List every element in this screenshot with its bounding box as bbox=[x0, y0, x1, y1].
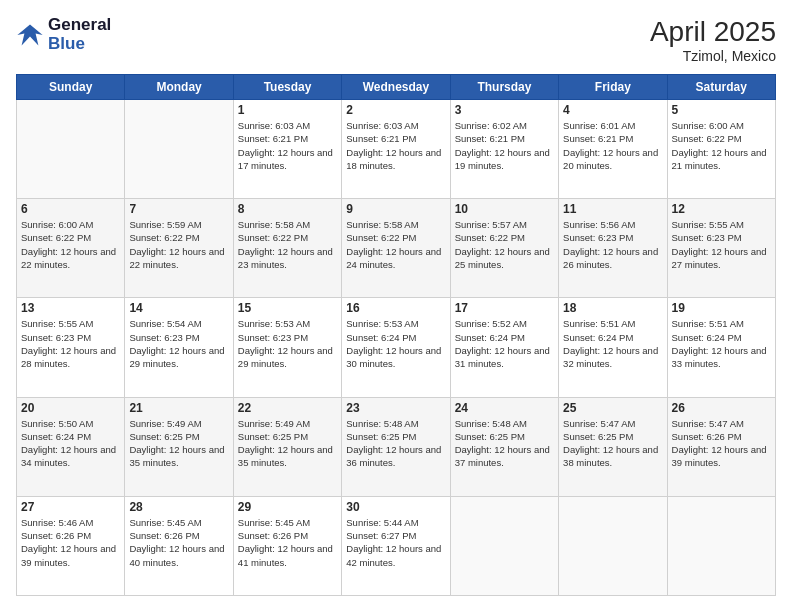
day-info: Sunrise: 6:00 AM Sunset: 6:22 PM Dayligh… bbox=[21, 218, 120, 271]
day-number: 25 bbox=[563, 401, 662, 415]
table-row: 22Sunrise: 5:49 AM Sunset: 6:25 PM Dayli… bbox=[233, 397, 341, 496]
day-info: Sunrise: 5:58 AM Sunset: 6:22 PM Dayligh… bbox=[346, 218, 445, 271]
header-wednesday: Wednesday bbox=[342, 75, 450, 100]
day-info: Sunrise: 5:48 AM Sunset: 6:25 PM Dayligh… bbox=[346, 417, 445, 470]
table-row: 20Sunrise: 5:50 AM Sunset: 6:24 PM Dayli… bbox=[17, 397, 125, 496]
day-number: 4 bbox=[563, 103, 662, 117]
table-row: 1Sunrise: 6:03 AM Sunset: 6:21 PM Daylig… bbox=[233, 100, 341, 199]
table-row bbox=[450, 496, 558, 595]
day-number: 14 bbox=[129, 301, 228, 315]
calendar-week-row: 20Sunrise: 5:50 AM Sunset: 6:24 PM Dayli… bbox=[17, 397, 776, 496]
table-row: 23Sunrise: 5:48 AM Sunset: 6:25 PM Dayli… bbox=[342, 397, 450, 496]
month-year: April 2025 bbox=[650, 16, 776, 48]
table-row: 5Sunrise: 6:00 AM Sunset: 6:22 PM Daylig… bbox=[667, 100, 775, 199]
table-row bbox=[17, 100, 125, 199]
day-number: 5 bbox=[672, 103, 771, 117]
day-number: 3 bbox=[455, 103, 554, 117]
table-row: 6Sunrise: 6:00 AM Sunset: 6:22 PM Daylig… bbox=[17, 199, 125, 298]
calendar-week-row: 13Sunrise: 5:55 AM Sunset: 6:23 PM Dayli… bbox=[17, 298, 776, 397]
table-row bbox=[125, 100, 233, 199]
location: Tzimol, Mexico bbox=[650, 48, 776, 64]
day-number: 8 bbox=[238, 202, 337, 216]
day-number: 19 bbox=[672, 301, 771, 315]
day-info: Sunrise: 6:01 AM Sunset: 6:21 PM Dayligh… bbox=[563, 119, 662, 172]
table-row: 11Sunrise: 5:56 AM Sunset: 6:23 PM Dayli… bbox=[559, 199, 667, 298]
calendar-week-row: 27Sunrise: 5:46 AM Sunset: 6:26 PM Dayli… bbox=[17, 496, 776, 595]
day-info: Sunrise: 6:00 AM Sunset: 6:22 PM Dayligh… bbox=[672, 119, 771, 172]
day-info: Sunrise: 5:46 AM Sunset: 6:26 PM Dayligh… bbox=[21, 516, 120, 569]
day-info: Sunrise: 5:53 AM Sunset: 6:23 PM Dayligh… bbox=[238, 317, 337, 370]
day-info: Sunrise: 5:51 AM Sunset: 6:24 PM Dayligh… bbox=[563, 317, 662, 370]
table-row: 19Sunrise: 5:51 AM Sunset: 6:24 PM Dayli… bbox=[667, 298, 775, 397]
table-row bbox=[559, 496, 667, 595]
header: General Blue April 2025 Tzimol, Mexico bbox=[16, 16, 776, 64]
day-number: 22 bbox=[238, 401, 337, 415]
logo-bird-icon bbox=[16, 21, 44, 49]
day-number: 17 bbox=[455, 301, 554, 315]
logo-text: General Blue bbox=[48, 16, 111, 53]
day-info: Sunrise: 5:57 AM Sunset: 6:22 PM Dayligh… bbox=[455, 218, 554, 271]
table-row: 28Sunrise: 5:45 AM Sunset: 6:26 PM Dayli… bbox=[125, 496, 233, 595]
day-number: 20 bbox=[21, 401, 120, 415]
table-row: 10Sunrise: 5:57 AM Sunset: 6:22 PM Dayli… bbox=[450, 199, 558, 298]
calendar-week-row: 1Sunrise: 6:03 AM Sunset: 6:21 PM Daylig… bbox=[17, 100, 776, 199]
header-monday: Monday bbox=[125, 75, 233, 100]
table-row: 7Sunrise: 5:59 AM Sunset: 6:22 PM Daylig… bbox=[125, 199, 233, 298]
day-info: Sunrise: 5:53 AM Sunset: 6:24 PM Dayligh… bbox=[346, 317, 445, 370]
day-number: 28 bbox=[129, 500, 228, 514]
day-info: Sunrise: 5:56 AM Sunset: 6:23 PM Dayligh… bbox=[563, 218, 662, 271]
day-number: 26 bbox=[672, 401, 771, 415]
day-number: 1 bbox=[238, 103, 337, 117]
day-info: Sunrise: 5:55 AM Sunset: 6:23 PM Dayligh… bbox=[21, 317, 120, 370]
table-row: 14Sunrise: 5:54 AM Sunset: 6:23 PM Dayli… bbox=[125, 298, 233, 397]
day-number: 13 bbox=[21, 301, 120, 315]
day-info: Sunrise: 5:47 AM Sunset: 6:26 PM Dayligh… bbox=[672, 417, 771, 470]
day-info: Sunrise: 6:03 AM Sunset: 6:21 PM Dayligh… bbox=[238, 119, 337, 172]
day-info: Sunrise: 5:48 AM Sunset: 6:25 PM Dayligh… bbox=[455, 417, 554, 470]
header-sunday: Sunday bbox=[17, 75, 125, 100]
day-number: 11 bbox=[563, 202, 662, 216]
day-info: Sunrise: 5:55 AM Sunset: 6:23 PM Dayligh… bbox=[672, 218, 771, 271]
day-number: 7 bbox=[129, 202, 228, 216]
day-info: Sunrise: 5:58 AM Sunset: 6:22 PM Dayligh… bbox=[238, 218, 337, 271]
table-row: 25Sunrise: 5:47 AM Sunset: 6:25 PM Dayli… bbox=[559, 397, 667, 496]
calendar-table: Sunday Monday Tuesday Wednesday Thursday… bbox=[16, 74, 776, 596]
day-number: 10 bbox=[455, 202, 554, 216]
table-row bbox=[667, 496, 775, 595]
day-info: Sunrise: 6:02 AM Sunset: 6:21 PM Dayligh… bbox=[455, 119, 554, 172]
table-row: 21Sunrise: 5:49 AM Sunset: 6:25 PM Dayli… bbox=[125, 397, 233, 496]
title-area: April 2025 Tzimol, Mexico bbox=[650, 16, 776, 64]
table-row: 17Sunrise: 5:52 AM Sunset: 6:24 PM Dayli… bbox=[450, 298, 558, 397]
table-row: 30Sunrise: 5:44 AM Sunset: 6:27 PM Dayli… bbox=[342, 496, 450, 595]
table-row: 24Sunrise: 5:48 AM Sunset: 6:25 PM Dayli… bbox=[450, 397, 558, 496]
table-row: 13Sunrise: 5:55 AM Sunset: 6:23 PM Dayli… bbox=[17, 298, 125, 397]
day-info: Sunrise: 5:52 AM Sunset: 6:24 PM Dayligh… bbox=[455, 317, 554, 370]
table-row: 15Sunrise: 5:53 AM Sunset: 6:23 PM Dayli… bbox=[233, 298, 341, 397]
day-number: 16 bbox=[346, 301, 445, 315]
calendar-week-row: 6Sunrise: 6:00 AM Sunset: 6:22 PM Daylig… bbox=[17, 199, 776, 298]
table-row: 12Sunrise: 5:55 AM Sunset: 6:23 PM Dayli… bbox=[667, 199, 775, 298]
header-friday: Friday bbox=[559, 75, 667, 100]
table-row: 29Sunrise: 5:45 AM Sunset: 6:26 PM Dayli… bbox=[233, 496, 341, 595]
day-number: 12 bbox=[672, 202, 771, 216]
table-row: 26Sunrise: 5:47 AM Sunset: 6:26 PM Dayli… bbox=[667, 397, 775, 496]
day-number: 21 bbox=[129, 401, 228, 415]
day-number: 24 bbox=[455, 401, 554, 415]
day-info: Sunrise: 5:59 AM Sunset: 6:22 PM Dayligh… bbox=[129, 218, 228, 271]
day-info: Sunrise: 6:03 AM Sunset: 6:21 PM Dayligh… bbox=[346, 119, 445, 172]
day-info: Sunrise: 5:44 AM Sunset: 6:27 PM Dayligh… bbox=[346, 516, 445, 569]
day-number: 15 bbox=[238, 301, 337, 315]
day-number: 29 bbox=[238, 500, 337, 514]
table-row: 2Sunrise: 6:03 AM Sunset: 6:21 PM Daylig… bbox=[342, 100, 450, 199]
day-info: Sunrise: 5:49 AM Sunset: 6:25 PM Dayligh… bbox=[129, 417, 228, 470]
table-row: 8Sunrise: 5:58 AM Sunset: 6:22 PM Daylig… bbox=[233, 199, 341, 298]
header-saturday: Saturday bbox=[667, 75, 775, 100]
day-number: 30 bbox=[346, 500, 445, 514]
day-number: 6 bbox=[21, 202, 120, 216]
day-info: Sunrise: 5:45 AM Sunset: 6:26 PM Dayligh… bbox=[238, 516, 337, 569]
day-info: Sunrise: 5:49 AM Sunset: 6:25 PM Dayligh… bbox=[238, 417, 337, 470]
page: General Blue April 2025 Tzimol, Mexico S… bbox=[0, 0, 792, 612]
calendar-header-row: Sunday Monday Tuesday Wednesday Thursday… bbox=[17, 75, 776, 100]
day-number: 2 bbox=[346, 103, 445, 117]
table-row: 9Sunrise: 5:58 AM Sunset: 6:22 PM Daylig… bbox=[342, 199, 450, 298]
